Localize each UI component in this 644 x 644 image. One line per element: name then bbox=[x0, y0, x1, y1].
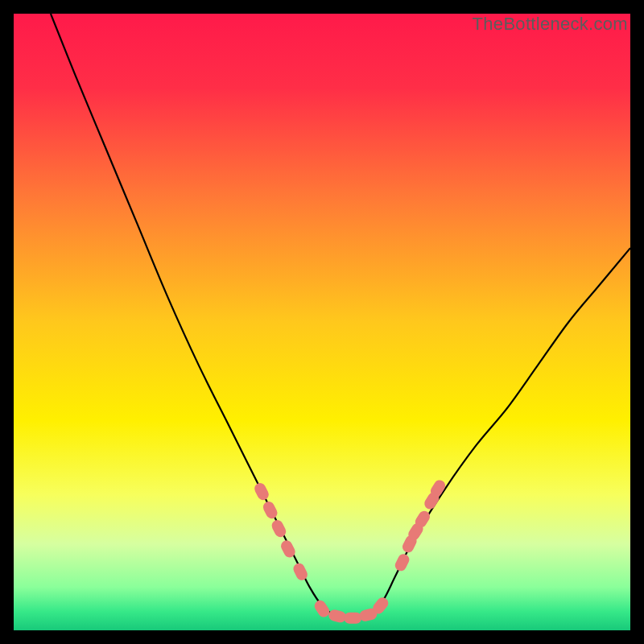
bottleneck-chart bbox=[14, 14, 630, 630]
chart-container: TheBottleneck.com bbox=[0, 0, 644, 644]
gradient-background bbox=[14, 14, 630, 630]
data-marker bbox=[344, 613, 361, 624]
watermark-text: TheBottleneck.com bbox=[473, 14, 628, 35]
plot-area bbox=[14, 14, 630, 630]
